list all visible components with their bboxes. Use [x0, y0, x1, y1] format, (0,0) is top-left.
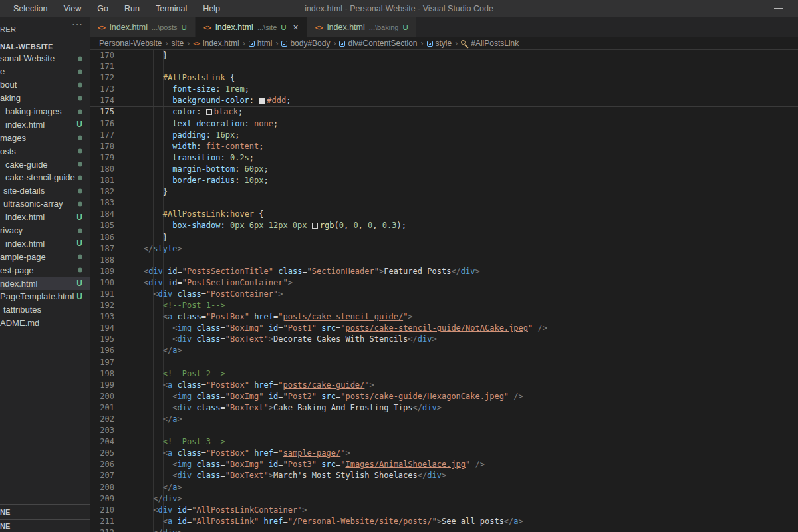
code-line-175[interactable]: 175color: black; — [90, 106, 798, 118]
line-number[interactable]: 183 — [90, 198, 114, 209]
code-line-203[interactable]: 203 — [90, 425, 798, 436]
sidebar-item-index-html[interactable]: index.htmlU — [0, 211, 90, 224]
breadcrumb-item-divcontentsection[interactable]: div#ContentSection — [339, 39, 417, 48]
code-line-202[interactable]: 202</a> — [90, 414, 798, 425]
line-number[interactable]: 178 — [90, 141, 114, 152]
line-number[interactable]: 190 — [90, 277, 114, 289]
line-number[interactable]: 181 — [90, 175, 114, 186]
breadcrumb-item-style[interactable]: style — [427, 39, 452, 48]
breadcrumb-item-allpostslink[interactable]: #AllPostsLink — [461, 39, 519, 48]
code-line-187[interactable]: 187</style> — [90, 243, 798, 255]
code-line-181[interactable]: 181border-radius: 10px; — [90, 175, 798, 186]
menu-view[interactable]: View — [57, 2, 88, 15]
line-number[interactable]: 173 — [90, 84, 114, 95]
code-line-209[interactable]: 209</div> — [90, 493, 798, 505]
sidebar-item-index-html[interactable]: index.htmlU — [0, 237, 90, 250]
line-number[interactable]: 172 — [90, 72, 114, 84]
line-number[interactable]: 206 — [90, 459, 114, 470]
code-line-191[interactable]: 191<div class="PostContainer"> — [90, 289, 798, 300]
breadcrumb-item-indexhtml[interactable]: <>index.html — [193, 39, 239, 48]
workspace-section-header[interactable]: NAL-WEBSITE — [0, 40, 90, 53]
code-line-183[interactable]: 183 — [90, 198, 798, 209]
line-number[interactable]: 201 — [90, 402, 114, 414]
tab-index-html----baking[interactable]: <>index.html...\bakingU — [307, 17, 416, 37]
line-number[interactable]: 189 — [90, 266, 114, 277]
sidebar-item-bout[interactable]: bout — [0, 78, 90, 92]
sidebar-item-pagetemplate-html[interactable]: PageTemplate.htmlU — [0, 290, 90, 303]
code-line-173[interactable]: 173font-size: 1rem; — [90, 84, 798, 95]
line-number[interactable]: 197 — [90, 357, 114, 368]
code-line-192[interactable]: 192<!--Post 1--> — [90, 300, 798, 311]
code-line-212[interactable]: 212</div> — [90, 527, 798, 532]
sidebar-item-adme-md[interactable]: ADME.md — [0, 317, 90, 330]
code-line-206[interactable]: 206<img class="BoxImg" id="Post3" src="I… — [90, 459, 798, 470]
tab-index-html----posts[interactable]: <>index.html...\postsU — [90, 17, 195, 37]
line-number[interactable]: 186 — [90, 232, 114, 243]
sidebar-item-cake-guide[interactable]: cake-guide — [0, 158, 90, 171]
sidebar-item-ndex-html[interactable]: ndex.htmlU — [0, 277, 90, 290]
breadcrumb-item-bodybody[interactable]: body#Body — [281, 39, 330, 48]
line-number[interactable]: 200 — [90, 391, 114, 402]
sidebar-item-sonal-website[interactable]: sonal-Website — [0, 52, 90, 65]
line-number[interactable]: 180 — [90, 164, 114, 175]
code-line-207[interactable]: 207<div class="BoxText">March's Most Sty… — [90, 470, 798, 481]
code-line-211[interactable]: 211<a id="AllPostsLink" href="/Personal-… — [90, 516, 798, 527]
code-line-190[interactable]: 190<div id="PostSectionContainer"> — [90, 277, 798, 289]
line-number[interactable]: 196 — [90, 345, 114, 356]
code-line-177[interactable]: 177padding: 16px; — [90, 130, 798, 141]
menu-terminal[interactable]: Terminal — [149, 2, 194, 15]
menu-help[interactable]: Help — [196, 2, 227, 15]
line-number[interactable]: 192 — [90, 300, 114, 311]
code-line-170[interactable]: 170} — [90, 50, 798, 61]
line-number[interactable]: 204 — [90, 436, 114, 448]
line-number[interactable]: 175 — [90, 106, 114, 118]
code-line-172[interactable]: 172#AllPostsLink { — [90, 72, 798, 84]
code-line-188[interactable]: 188 — [90, 255, 798, 266]
sidebar-item-ultrasonic-array[interactable]: ultrasonic-array — [0, 198, 90, 211]
menu-run[interactable]: Run — [118, 2, 146, 15]
line-number[interactable]: 209 — [90, 493, 114, 505]
code-line-199[interactable]: 199<a class="PostBox" href="posts/cake-g… — [90, 380, 798, 391]
code-line-184[interactable]: 184#AllPostsLink:hover { — [90, 209, 798, 220]
close-icon[interactable]: × — [293, 23, 299, 32]
line-number[interactable]: 193 — [90, 311, 114, 323]
line-number[interactable]: 185 — [90, 220, 114, 231]
window-minimize-button[interactable] — [774, 8, 783, 9]
line-number[interactable]: 195 — [90, 334, 114, 345]
line-number[interactable]: 171 — [90, 61, 114, 72]
code-line-210[interactable]: 210<div id="AllPostsLinkContainer"> — [90, 505, 798, 516]
code-line-200[interactable]: 200<img class="BoxImg" id="Post2" src="p… — [90, 391, 798, 402]
sidebar-item-osts[interactable]: osts — [0, 144, 90, 158]
outline-section-header[interactable]: NE — [0, 504, 90, 519]
line-number[interactable]: 187 — [90, 243, 114, 255]
sidebar-item-mages[interactable]: mages — [0, 131, 90, 144]
line-number[interactable]: 212 — [90, 527, 114, 532]
sidebar-item-baking-images[interactable]: baking-images — [0, 105, 90, 118]
code-line-179[interactable]: 179transition: 0.2s; — [90, 152, 798, 164]
line-number[interactable]: 182 — [90, 186, 114, 198]
code-line-171[interactable]: 171 — [90, 61, 798, 72]
menu-selection[interactable]: Selection — [7, 2, 54, 15]
line-number[interactable]: 207 — [90, 470, 114, 481]
sidebar-item-rivacy[interactable]: rivacy — [0, 224, 90, 237]
breadcrumb-item-personalwebsite[interactable]: Personal-Website — [99, 39, 162, 48]
breadcrumb-item-site[interactable]: site — [172, 39, 184, 48]
code-line-176[interactable]: 176text-decoration: none; — [90, 118, 798, 130]
menu-go[interactable]: Go — [90, 2, 115, 15]
code-line-198[interactable]: 198<!--Post 2--> — [90, 368, 798, 380]
line-number[interactable]: 188 — [90, 255, 114, 266]
code-line-208[interactable]: 208</a> — [90, 482, 798, 493]
line-number[interactable]: 177 — [90, 130, 114, 141]
code-line-197[interactable]: 197 — [90, 357, 798, 368]
line-number[interactable]: 191 — [90, 289, 114, 300]
code-line-186[interactable]: 186} — [90, 232, 798, 243]
code-line-194[interactable]: 194<img class="BoxImg" id="Post1" src="p… — [90, 323, 798, 334]
sidebar-item-site-details[interactable]: site-details — [0, 184, 90, 198]
sidebar-item-tattributes[interactable]: tattributes — [0, 303, 90, 317]
code-line-195[interactable]: 195<div class="BoxText">Decorate Cakes W… — [90, 334, 798, 345]
line-number[interactable]: 176 — [90, 118, 114, 130]
code-line-174[interactable]: 174background-color: #ddd; — [90, 95, 798, 106]
code-line-185[interactable]: 185box-shadow: 0px 6px 12px 0px rgb(0, 0… — [90, 220, 798, 231]
line-number[interactable]: 211 — [90, 516, 114, 527]
code-line-201[interactable]: 201<div class="BoxText">Cake Baking And … — [90, 402, 798, 414]
